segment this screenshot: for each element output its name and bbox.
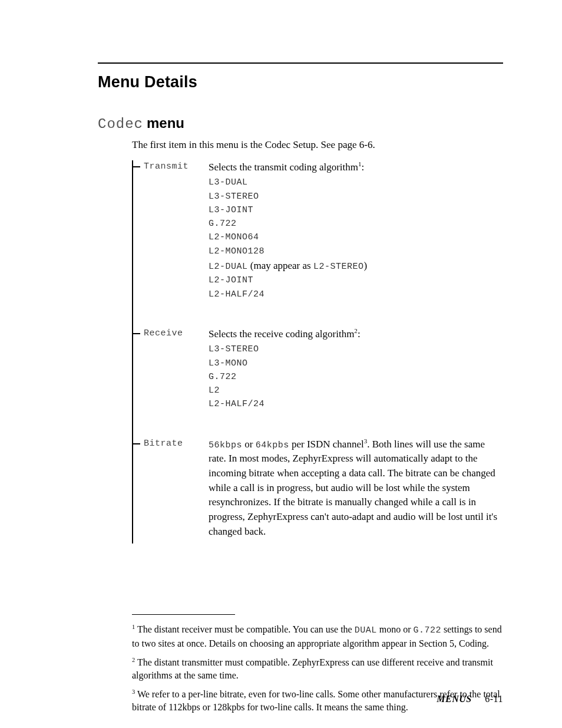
option-item: L2-HALF/24: [209, 397, 503, 411]
codec-menu-entries: TransmitSelects the transmit coding algo…: [132, 160, 503, 543]
option-item: L3-DUAL: [209, 176, 503, 189]
entry-label: Receive: [144, 328, 183, 338]
option-item: L2-DUAL (may appear as L2-STEREO): [209, 258, 503, 274]
section-title: Codec menu: [98, 115, 503, 132]
tree-branch-icon: [133, 443, 140, 444]
footnote: 2 The distant transmitter must compatibl…: [132, 656, 503, 682]
option-item: L2-HALF/24: [209, 288, 503, 301]
option-item: L2: [209, 384, 503, 397]
footnote: 1 The distant receiver must be compatibl…: [132, 623, 503, 650]
entry-label: Transmit: [144, 162, 189, 172]
tree-branch-icon: [133, 166, 140, 167]
footer-page: 6-11: [485, 694, 503, 704]
option-item: G.722: [209, 217, 503, 230]
option-item: L3-JOINT: [209, 203, 503, 217]
entry-body: Selects the transmit coding algorithm1:L…: [209, 160, 503, 301]
option-item: L2-JOINT: [209, 274, 503, 287]
entry-body: Selects the receive coding algorithm2:L3…: [209, 327, 503, 411]
page-footer: MENUS 6-11: [437, 694, 503, 704]
option-item: L2-MONO64: [209, 230, 503, 244]
option-item: L3-MONO: [209, 357, 503, 370]
option-item: L3-STEREO: [209, 190, 503, 203]
option-item: L2-MONO128: [209, 245, 503, 258]
entry-body: 56kbps or 64kpbs per ISDN channel3. Both…: [209, 437, 503, 539]
tree-branch-icon: [133, 333, 140, 334]
footer-section: MENUS: [437, 694, 471, 704]
section-title-lcd: Codec: [98, 116, 143, 132]
entry-label: Bitrate: [144, 439, 183, 449]
intro-text: The first item in this menu is the Codec…: [132, 138, 503, 152]
section-title-bold: menu: [147, 115, 184, 131]
menu-entry: TransmitSelects the transmit coding algo…: [133, 160, 503, 301]
entry-lead: Selects the receive coding algorithm2:: [209, 327, 503, 342]
option-item: G.722: [209, 370, 503, 384]
menu-entry: Bitrate56kbps or 64kpbs per ISDN channel…: [133, 437, 503, 539]
page-title: Menu Details: [98, 73, 503, 91]
entry-paragraph: 56kbps or 64kpbs per ISDN channel3. Both…: [209, 437, 503, 539]
entry-lead: Selects the transmit coding algorithm1:: [209, 160, 503, 175]
option-item: L3-STEREO: [209, 342, 503, 356]
menu-entry: ReceiveSelects the receive coding algori…: [133, 327, 503, 411]
